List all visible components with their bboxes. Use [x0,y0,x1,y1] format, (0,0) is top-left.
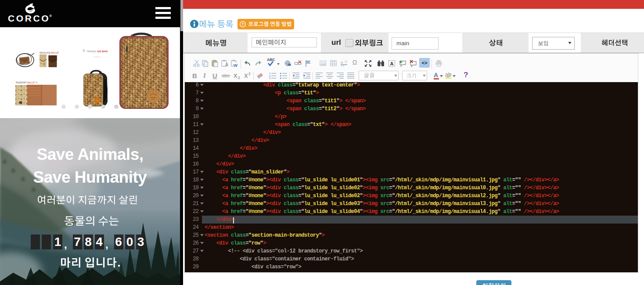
svg-text:?: ? [241,22,244,26]
svg-text:A: A [341,60,343,64]
svg-text:3: 3 [269,77,271,79]
svg-text:TRAVEL GO BAG: TRAVEL GO BAG [86,50,108,53]
svg-text:ABC: ABC [267,58,275,62]
svg-text:NECKLACE WALLET: NECKLACE WALLET [40,52,59,54]
svg-text:SINCE: SINCE [94,56,101,58]
svg-text:PASSPORT WALLET 7t: PASSPORT WALLET 7t [16,82,38,84]
svg-text:A: A [390,61,394,66]
svg-text:<>: <> [421,61,428,66]
svg-text:A: A [225,62,228,67]
svg-text:Ω: Ω [353,59,357,66]
svg-text:W: W [234,62,237,67]
